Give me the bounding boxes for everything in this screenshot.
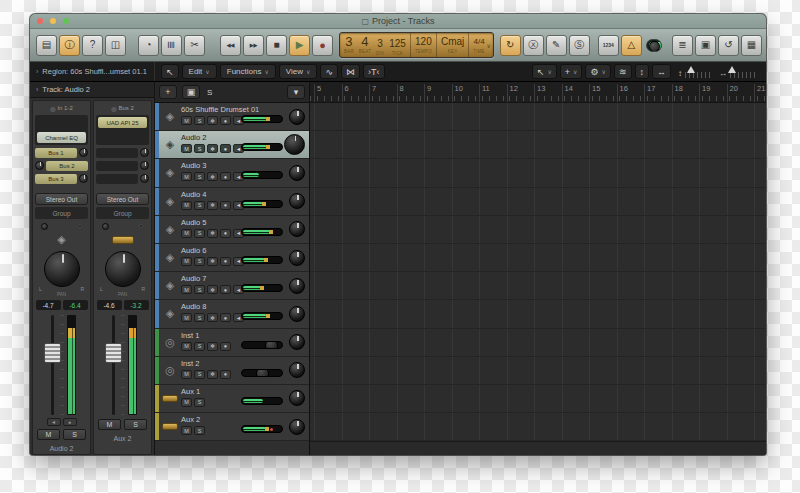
forward-button[interactable]: ▶▶ [243, 35, 264, 56]
pan-knob[interactable] [289, 278, 305, 294]
record-button[interactable]: ● [220, 229, 231, 238]
track-row[interactable]: Aux 2MS [155, 413, 309, 441]
mute-button[interactable]: M [181, 172, 192, 181]
freeze-button[interactable]: ❄ [207, 313, 218, 322]
track-row[interactable]: ◈Audio 6MS❄●◄ [155, 244, 309, 272]
mute-button[interactable]: M [181, 342, 192, 351]
slider-thumb[interactable] [687, 66, 695, 73]
stop-button[interactable]: ■ [266, 35, 287, 56]
empty-send-slot[interactable] [96, 161, 138, 171]
volume-knob[interactable] [265, 341, 278, 349]
bar-ruler[interactable]: 56789101112131415161718192021 [310, 82, 766, 103]
count-in-button[interactable]: 1234 [598, 35, 619, 56]
catch-content-button[interactable]: ›T‹ [363, 64, 385, 79]
metronome-button[interactable]: △ [621, 35, 642, 56]
solo-button[interactable]: S [194, 229, 205, 238]
track-header-options-button[interactable]: ▾ [287, 85, 305, 99]
track-lane[interactable] [310, 131, 766, 159]
fader-handle[interactable] [105, 343, 122, 363]
track-lane[interactable] [310, 216, 766, 244]
list-editors-button[interactable]: ≣ [672, 35, 693, 56]
send-knob[interactable] [140, 161, 149, 170]
track-row[interactable]: ◈60s Shuffle Drumset 01MS❄●◄ [155, 103, 309, 131]
mute-button[interactable]: M [181, 313, 192, 322]
mute-button[interactable]: M [98, 419, 121, 430]
pan-knob[interactable] [105, 251, 141, 287]
record-button[interactable]: ● [312, 35, 333, 56]
mute-button[interactable]: M [181, 201, 192, 210]
note-pads-button[interactable]: ▣ [695, 35, 716, 56]
freeze-button[interactable]: ❄ [207, 257, 218, 266]
freeze-button[interactable]: ❄ [207, 116, 218, 125]
mute-button[interactable]: M [37, 429, 60, 440]
solo-button[interactable]: S [194, 398, 205, 407]
solo-button[interactable]: S [63, 429, 86, 440]
freeze-button[interactable]: ❄ [207, 370, 218, 379]
mute-button[interactable]: M [181, 398, 192, 407]
vertical-zoom-button[interactable]: ↕ [635, 64, 650, 79]
vertical-zoom-slider[interactable]: ↕ [678, 66, 711, 78]
solo-button[interactable]: S [194, 172, 205, 181]
send-slot[interactable] [96, 173, 149, 184]
disclosure-chevron-icon[interactable]: › [36, 68, 38, 75]
catch-playhead-button[interactable]: ↖ [161, 64, 179, 79]
mute-button[interactable]: M [181, 285, 192, 294]
send-slot[interactable]: Bus 3 [35, 173, 88, 184]
functions-menu[interactable]: Functions∨ [220, 64, 276, 79]
solo-button[interactable]: S [194, 285, 205, 294]
record-enable-button[interactable]: ● [63, 418, 77, 426]
track-lane[interactable] [310, 159, 766, 187]
track-lane[interactable] [310, 188, 766, 216]
group-slot[interactable]: Group [35, 207, 88, 219]
command-click-tool-menu[interactable]: +∨ [560, 64, 583, 79]
mute-button[interactable]: M [181, 144, 192, 153]
edit-menu[interactable]: Edit∨ [182, 64, 217, 79]
horizontal-zoom-slider[interactable]: ↔ [719, 66, 756, 78]
solo-button[interactable]: S [194, 144, 205, 153]
pan-knob[interactable] [289, 306, 305, 322]
record-button[interactable]: ● [220, 257, 231, 266]
mute-button[interactable]: M [181, 257, 192, 266]
quick-help-button[interactable]: ? [82, 35, 103, 56]
freeze-button[interactable]: ❄ [207, 342, 218, 351]
inspector-button[interactable]: ⓘ [59, 35, 80, 56]
record-button[interactable]: ● [220, 342, 231, 351]
pointer-tool-menu[interactable]: ↖∨ [532, 64, 557, 79]
track-lane[interactable] [310, 413, 766, 441]
solo-off-label[interactable]: S [207, 88, 212, 97]
record-button[interactable]: ● [220, 285, 231, 294]
rewind-button[interactable]: ◀◀ [220, 35, 241, 56]
solo-button[interactable]: S [194, 313, 205, 322]
track-inspector-header[interactable]: › Track: Audio 2 [30, 82, 154, 98]
strip-input-slot[interactable]: ◎Bus 2 [96, 103, 149, 113]
volume-readout[interactable]: -4.7 [36, 300, 61, 310]
master-volume-thumb[interactable] [649, 41, 660, 52]
snap-menu[interactable]: ⚙∨ [585, 64, 610, 79]
browsers-button[interactable]: ▦ [741, 35, 762, 56]
record-button[interactable]: ● [220, 172, 231, 181]
solo-button[interactable]: S [194, 201, 205, 210]
solo-button[interactable]: S [194, 370, 205, 379]
send-slot[interactable] [96, 160, 149, 171]
pan-knob[interactable] [289, 419, 305, 435]
smart-controls-button[interactable]: ◔ [138, 35, 159, 56]
replace-button[interactable]: ⓧ [523, 35, 544, 56]
send-knob[interactable] [79, 174, 88, 183]
track-row[interactable]: ◈Audio 3MS❄●◄ [155, 159, 309, 187]
send-knob[interactable] [140, 148, 149, 157]
track-row[interactable]: ◎Inst 1MS❄● [155, 329, 309, 357]
freeze-button[interactable]: ❄ [207, 285, 218, 294]
pan-knob[interactable] [289, 250, 305, 266]
track-row[interactable]: Aux 1MS [155, 385, 309, 413]
lcd-key[interactable]: Cmaj KEY [436, 33, 468, 57]
send-knob[interactable] [140, 174, 149, 183]
send-slot[interactable] [96, 147, 149, 158]
solo-button[interactable]: S [194, 426, 205, 435]
cycle-button[interactable]: ↻ [500, 35, 521, 56]
waveform-zoom-button[interactable]: ≋ [614, 64, 632, 79]
track-lane[interactable] [310, 103, 766, 131]
output-button[interactable]: Stereo Out [96, 193, 149, 205]
view-menu[interactable]: View∨ [279, 64, 318, 79]
empty-send-slot[interactable] [96, 174, 138, 184]
track-row[interactable]: ◎Inst 2MS❄● [155, 357, 309, 385]
